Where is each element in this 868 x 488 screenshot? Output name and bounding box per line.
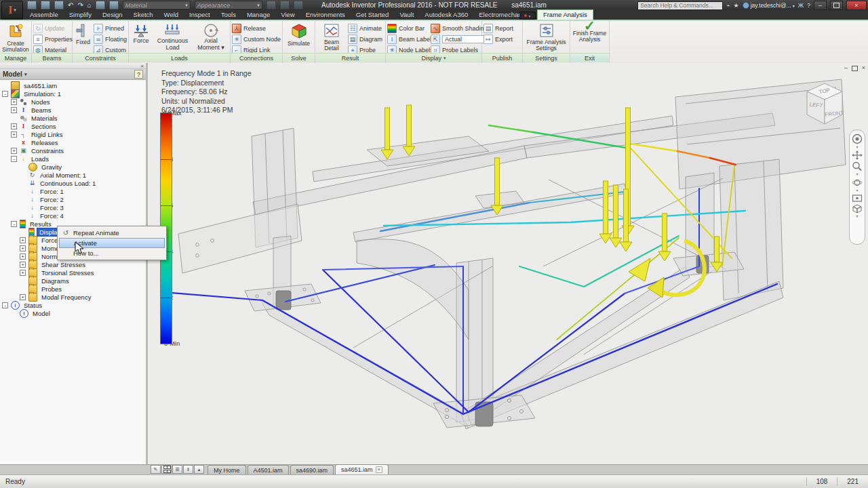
tree-item-label[interactable]: Torsional Stresses bbox=[39, 269, 96, 277]
graphics-viewport[interactable]: Frequency Mode 1 in Range Type: Displace… bbox=[150, 63, 868, 464]
tree-item-label[interactable]: Nodes bbox=[29, 98, 52, 106]
tile-horizontal-icon[interactable]: ☰ bbox=[172, 465, 182, 474]
beam-labels-toggle[interactable]: I Beam Labels bbox=[387, 35, 429, 44]
visual-style-icon[interactable] bbox=[852, 204, 863, 214]
tile-grid-icon[interactable] bbox=[161, 465, 172, 474]
tree-item[interactable]: + Sections bbox=[0, 122, 146, 130]
browser-header[interactable]: Model ▾ ? bbox=[0, 69, 146, 80]
tree-item-label[interactable]: Results bbox=[28, 220, 54, 228]
doc-restore-icon[interactable] bbox=[852, 66, 858, 71]
favorites-star-icon[interactable]: ★ bbox=[734, 2, 739, 9]
browser-close-icon[interactable]: × bbox=[140, 63, 144, 69]
tree-item[interactable]: Force: 2 bbox=[0, 195, 146, 203]
finish-frame-analysis-button[interactable]: ✓ Finish Frame Analysis bbox=[572, 22, 608, 43]
tree-expander[interactable]: + bbox=[11, 148, 17, 154]
tree-item[interactable]: + Torsional Stresses bbox=[0, 268, 146, 277]
tree-item-label[interactable]: Force: 4 bbox=[38, 212, 66, 220]
document-tab[interactable]: sa4690.iam bbox=[290, 465, 334, 474]
ribbon-tab[interactable]: Environments bbox=[300, 10, 351, 20]
tree-expander[interactable]: + bbox=[20, 253, 26, 260]
frame-model-3d[interactable] bbox=[150, 63, 868, 464]
animate-button[interactable]: ☷ Animate bbox=[348, 24, 382, 33]
tree-item-label[interactable]: Constraints bbox=[29, 147, 66, 155]
inventor-logo[interactable]: I ▾ bbox=[1, 1, 23, 20]
user-account[interactable]: jay.tedeschi@... ▾ bbox=[743, 2, 795, 9]
ribbon-tab[interactable]: Simplify bbox=[64, 10, 97, 20]
tree-item[interactable]: Materials bbox=[0, 114, 146, 122]
frame-analysis-settings-button[interactable]: Frame Analysis Settings bbox=[524, 22, 568, 52]
tree-item-label[interactable]: Axial Moment: 1 bbox=[38, 171, 88, 179]
home-icon[interactable]: ⌂ bbox=[87, 1, 92, 9]
panel-label-display[interactable]: Display bbox=[421, 55, 441, 62]
minimize-button[interactable]: – bbox=[814, 1, 827, 10]
tree-item[interactable]: - Simulation: 1 bbox=[0, 89, 146, 98]
tree-item[interactable]: + Beams bbox=[0, 106, 146, 114]
ribbon-tab[interactable]: Tools bbox=[216, 10, 241, 20]
tree-item-label[interactable]: Beams bbox=[29, 106, 54, 114]
tree-item-label[interactable]: Continuous Load: 1 bbox=[38, 180, 98, 187]
color-bar-toggle[interactable]: Color Bar bbox=[387, 24, 429, 33]
ribbon-tab[interactable]: Weld bbox=[159, 10, 184, 20]
chevron-down-icon[interactable]: ▾ bbox=[856, 189, 858, 192]
ribbon-tab[interactable]: Vault bbox=[394, 10, 419, 20]
tree-expander[interactable]: + bbox=[20, 294, 26, 300]
look-at-icon[interactable] bbox=[852, 194, 863, 203]
save-icon[interactable] bbox=[54, 1, 64, 9]
document-tab[interactable]: A4501.iam bbox=[248, 465, 289, 474]
close-tab-icon[interactable]: × bbox=[376, 466, 382, 473]
ribbon-tab[interactable]: Manage bbox=[241, 10, 275, 20]
select-icon[interactable] bbox=[109, 1, 119, 9]
tree-item[interactable]: Axial Moment: 1 bbox=[0, 171, 146, 179]
tree-expander[interactable]: + bbox=[11, 107, 17, 113]
create-simulation-button[interactable]: Create Simulation bbox=[1, 22, 30, 53]
tree-item[interactable]: Releases bbox=[0, 138, 146, 146]
chevron-down-icon[interactable]: ▾ bbox=[856, 146, 858, 149]
tree-item-label[interactable]: Gravity bbox=[39, 163, 64, 171]
doc-close-icon[interactable]: × bbox=[862, 64, 865, 71]
zoom-icon[interactable] bbox=[852, 161, 863, 171]
update-icon[interactable] bbox=[96, 1, 105, 9]
fixed-button[interactable]: Fixed bbox=[74, 22, 92, 45]
properties-button[interactable]: ≡ Properties bbox=[33, 35, 73, 44]
tree-expander[interactable]: + bbox=[20, 270, 26, 276]
tile-vertical-icon[interactable]: ‖ bbox=[183, 465, 193, 474]
ribbon-tab[interactable]: Assemble bbox=[24, 10, 64, 20]
tree-item[interactable]: + Modal Frequency bbox=[0, 293, 146, 301]
redo-icon[interactable]: ↷ bbox=[77, 1, 83, 9]
pan-icon[interactable] bbox=[852, 150, 863, 160]
search-input[interactable]: Search Help & Commands... bbox=[637, 1, 723, 10]
continuous-load-button[interactable]: Continuous Load bbox=[153, 22, 192, 51]
ribbon-tab[interactable]: Sketch bbox=[128, 10, 159, 20]
tree-item[interactable]: Continuous Load: 1 bbox=[0, 179, 146, 187]
tree-item-label[interactable]: Materials bbox=[29, 115, 60, 122]
menu-item-repeat-animate[interactable]: ↺ Repeat Animate bbox=[59, 228, 165, 238]
full-navigation-wheel-icon[interactable] bbox=[852, 134, 863, 144]
tree-expander[interactable]: - bbox=[11, 156, 17, 162]
tree-expander[interactable]: - bbox=[2, 302, 8, 308]
tree-item[interactable]: Model bbox=[0, 309, 146, 317]
tree-expander[interactable]: + bbox=[11, 99, 17, 105]
open-icon[interactable] bbox=[41, 1, 50, 9]
tree-item-label[interactable]: Shear Stresses bbox=[39, 261, 87, 268]
tree-item-label[interactable]: Loads bbox=[29, 155, 51, 163]
export-button[interactable]: ↦ Export bbox=[484, 35, 513, 44]
sync-icon[interactable]: ⌁ bbox=[726, 2, 730, 9]
undo-icon[interactable]: ↶ bbox=[68, 1, 73, 9]
tree-item-label[interactable]: Status bbox=[22, 302, 44, 309]
appearance-combo[interactable]: Appearance ▾ bbox=[195, 1, 262, 9]
custom-node-button[interactable]: ✳ Custom Node bbox=[232, 35, 281, 44]
axial-moment-button[interactable]: Axial Moment ▾ bbox=[193, 22, 229, 51]
view-cube-front-face[interactable]: FRONT bbox=[824, 110, 844, 118]
tree-expander[interactable]: + bbox=[20, 245, 26, 251]
doc-minimize-icon[interactable]: – bbox=[844, 64, 848, 71]
simulate-button[interactable]: Simulate bbox=[284, 22, 313, 47]
tree-expander[interactable]: - bbox=[11, 221, 17, 227]
tree-item-label[interactable]: Releases bbox=[29, 139, 60, 146]
tree-item[interactable]: + Shear Stresses bbox=[0, 260, 146, 268]
tree-item[interactable]: Gravity bbox=[0, 163, 146, 171]
material-combo[interactable]: Material ▾ bbox=[123, 1, 191, 9]
new-file-icon[interactable] bbox=[27, 1, 37, 9]
view-cube[interactable]: TOP LEFT FRONT bbox=[797, 77, 849, 131]
tree-item-label[interactable]: Sections bbox=[29, 123, 58, 130]
pinned-button[interactable]: ⊦ Pinned bbox=[94, 24, 127, 33]
